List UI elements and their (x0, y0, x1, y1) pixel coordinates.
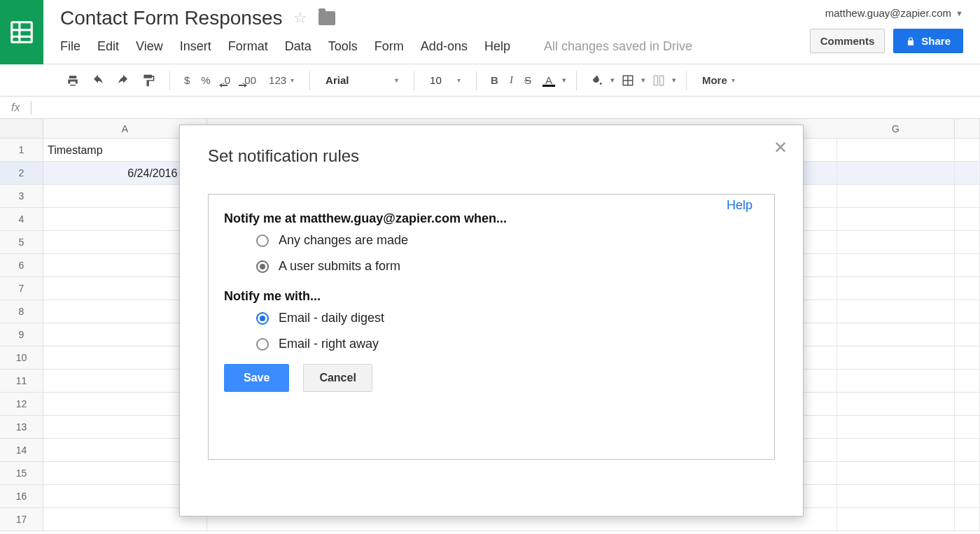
menu-insert[interactable]: Insert (180, 39, 211, 54)
cell[interactable] (837, 346, 955, 369)
menu-format[interactable]: Format (228, 39, 268, 54)
cell[interactable] (837, 185, 955, 207)
option-user-submits-form[interactable]: A user submits a form (256, 259, 759, 274)
menu-form[interactable]: Form (374, 39, 404, 54)
cell[interactable] (837, 462, 955, 484)
row-header[interactable]: 14 (0, 439, 43, 461)
font-family-select[interactable]: Arial▾ (320, 73, 404, 87)
menu-edit[interactable]: Edit (97, 39, 119, 54)
cell[interactable] (955, 393, 980, 415)
italic-button[interactable]: I (505, 71, 517, 89)
strikethrough-button[interactable]: S (520, 71, 536, 89)
row-header[interactable]: 8 (0, 300, 43, 323)
menu-file[interactable]: File (60, 39, 80, 54)
cell[interactable] (955, 346, 980, 369)
cell[interactable] (837, 439, 955, 461)
row-header[interactable]: 3 (0, 185, 43, 207)
row-header[interactable]: 15 (0, 462, 43, 484)
row-header[interactable]: 16 (0, 485, 43, 507)
dialog-help-link[interactable]: Help (727, 198, 752, 213)
cell[interactable] (837, 393, 955, 415)
row-header[interactable]: 11 (0, 370, 43, 392)
paint-format-icon[interactable] (137, 71, 160, 90)
cell[interactable] (955, 162, 980, 184)
row-header[interactable]: 2 (0, 162, 43, 184)
cell[interactable] (955, 439, 980, 461)
cell[interactable] (955, 508, 980, 531)
print-icon[interactable] (62, 71, 84, 90)
merge-cells-button[interactable] (648, 71, 669, 90)
more-toolbar[interactable]: More▾ (696, 73, 741, 87)
menu-view[interactable]: View (136, 39, 163, 54)
borders-button[interactable] (617, 71, 638, 90)
cell[interactable] (837, 231, 955, 253)
cell[interactable] (955, 277, 980, 300)
cell[interactable] (837, 162, 955, 184)
cell[interactable] (837, 139, 955, 161)
option-right-away[interactable]: Email - right away (256, 337, 759, 351)
col-header-g[interactable]: G (837, 119, 955, 138)
menu-tools[interactable]: Tools (328, 39, 358, 54)
select-all-corner[interactable] (0, 119, 43, 138)
currency-format[interactable]: $ (180, 71, 194, 89)
undo-icon[interactable] (87, 71, 109, 90)
account-menu[interactable]: matthew.guay@zapier.com ▼ (825, 7, 963, 19)
row-header[interactable]: 6 (0, 254, 43, 276)
comments-button[interactable]: Comments (810, 29, 886, 53)
document-title[interactable]: Contact Form Responses (60, 7, 282, 29)
font-size-select[interactable]: 10▾ (424, 73, 466, 87)
text-color-button[interactable]: A (538, 71, 559, 90)
row-header[interactable]: 10 (0, 346, 43, 369)
cell[interactable] (955, 462, 980, 484)
option-any-changes[interactable]: Any changes are made (256, 233, 759, 248)
menu-help[interactable]: Help (484, 39, 510, 54)
row-header[interactable]: 4 (0, 208, 43, 230)
cell[interactable] (837, 300, 955, 323)
cancel-button[interactable]: Cancel (303, 364, 372, 392)
save-status: All changes saved in Drive (544, 39, 692, 54)
cell[interactable] (955, 231, 980, 253)
star-icon[interactable]: ☆ (293, 9, 307, 27)
cell[interactable] (955, 254, 980, 276)
row-header[interactable]: 17 (0, 508, 43, 531)
row-header[interactable]: 7 (0, 277, 43, 300)
cell[interactable] (837, 208, 955, 230)
cell[interactable] (955, 208, 980, 230)
cell[interactable] (837, 370, 955, 392)
row-header[interactable]: 12 (0, 393, 43, 415)
cell[interactable] (955, 139, 980, 161)
cell[interactable] (955, 185, 980, 207)
redo-icon[interactable] (112, 71, 134, 90)
cell[interactable] (837, 323, 955, 346)
row-header[interactable]: 5 (0, 231, 43, 253)
cell[interactable] (837, 254, 955, 276)
cell[interactable] (955, 300, 980, 323)
number-format-menu[interactable]: 123▾ (263, 73, 300, 87)
cell[interactable] (955, 485, 980, 507)
sheets-app-icon[interactable] (0, 0, 43, 64)
cell[interactable] (955, 416, 980, 438)
cell[interactable] (837, 485, 955, 507)
fill-color-button[interactable] (587, 71, 608, 90)
close-icon[interactable]: ✕ (774, 138, 788, 157)
cell[interactable] (837, 416, 955, 438)
cell[interactable] (955, 370, 980, 392)
decrease-decimal[interactable]: .0 (218, 71, 235, 89)
cell[interactable] (955, 323, 980, 346)
percent-format[interactable]: % (197, 71, 214, 89)
cell[interactable] (837, 277, 955, 300)
menu-addons[interactable]: Add-ons (421, 39, 468, 54)
folder-icon[interactable] (318, 11, 335, 25)
row-header[interactable]: 1 (0, 139, 43, 161)
formula-input[interactable] (38, 97, 980, 118)
save-button[interactable]: Save (224, 364, 289, 392)
row-header[interactable]: 13 (0, 416, 43, 438)
menu-data[interactable]: Data (285, 39, 312, 54)
cell[interactable] (837, 508, 955, 531)
share-button[interactable]: Share (893, 29, 963, 53)
svg-rect-7 (654, 76, 657, 85)
increase-decimal[interactable]: .00 (237, 71, 260, 89)
bold-button[interactable]: B (486, 71, 503, 89)
row-header[interactable]: 9 (0, 323, 43, 346)
option-daily-digest[interactable]: Email - daily digest (256, 311, 759, 325)
